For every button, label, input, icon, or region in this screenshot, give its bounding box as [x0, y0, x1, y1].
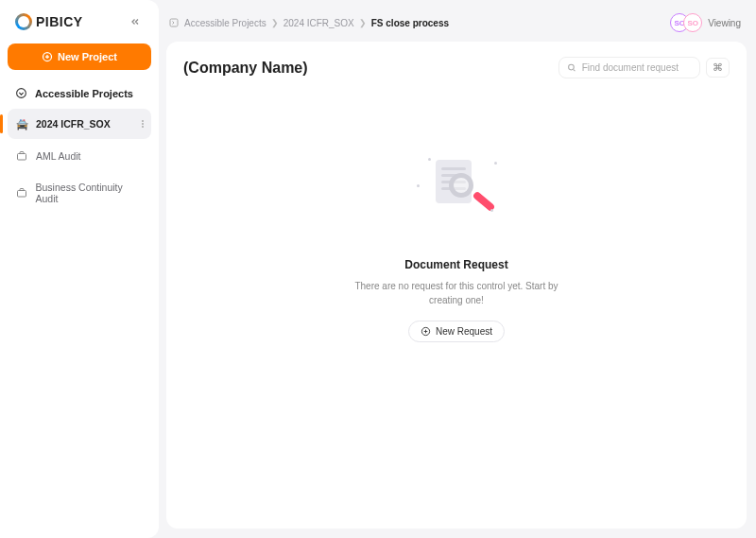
- breadcrumb-item[interactable]: 2024 ICFR_SOX: [284, 18, 354, 28]
- logo-mark-icon: [15, 13, 32, 30]
- search-icon: [567, 62, 576, 73]
- breadcrumb-item-current: FS close process: [371, 18, 449, 28]
- logo-row: PIBICY: [8, 9, 151, 43]
- shortcut-key: ⌘: [706, 58, 730, 78]
- project-item-label: AML Audit: [36, 150, 80, 162]
- projects-section-header[interactable]: Accessible Projects: [8, 70, 151, 109]
- search-box[interactable]: [558, 57, 700, 78]
- page-title: (Company Name): [183, 60, 308, 77]
- chevron-right-icon: ❯: [359, 18, 367, 27]
- empty-illustration: [400, 147, 513, 241]
- topbar: Accessible Projects ❯ 2024 ICFR_SOX ❯ FS…: [166, 9, 747, 42]
- projects-section-title: Accessible Projects: [35, 88, 133, 99]
- main: Accessible Projects ❯ 2024 ICFR_SOX ❯ FS…: [159, 0, 756, 538]
- project-item-label: 2024 ICFR_SOX: [36, 118, 111, 130]
- collapse-sidebar-button[interactable]: [127, 13, 144, 30]
- svg-rect-3: [17, 191, 26, 198]
- project-item[interactable]: 🚔 2024 ICFR_SOX: [8, 109, 151, 139]
- empty-state: Document Request There are no request fo…: [183, 90, 730, 513]
- police-car-icon: 🚔: [15, 117, 28, 130]
- breadcrumb: Accessible Projects ❯ 2024 ICFR_SOX ❯ FS…: [168, 17, 449, 28]
- more-icon[interactable]: [142, 120, 144, 128]
- sidebar: PIBICY New Project Accessible Projects 🚔…: [0, 0, 159, 538]
- viewing-label: Viewing: [708, 18, 741, 28]
- new-request-button[interactable]: New Request: [408, 321, 505, 342]
- search-wrap: ⌘: [558, 57, 730, 78]
- chevron-double-left-icon: [129, 16, 141, 27]
- svg-rect-2: [18, 154, 26, 161]
- empty-subtitle: There are no request for this control ye…: [343, 279, 570, 307]
- logo[interactable]: PIBICY: [15, 13, 83, 30]
- project-item[interactable]: AML Audit: [8, 141, 151, 171]
- avatar-stack[interactable]: SO SO: [670, 13, 702, 32]
- chevron-down-circle-icon: [15, 87, 27, 99]
- new-project-button[interactable]: New Project: [8, 43, 151, 70]
- project-item[interactable]: Business Continuity Audit: [8, 173, 151, 213]
- empty-title: Document Request: [404, 258, 507, 271]
- breadcrumb-item[interactable]: Accessible Projects: [184, 18, 266, 28]
- plus-circle-icon: [42, 51, 53, 62]
- project-list: 🚔 2024 ICFR_SOX AML Audit Business Conti…: [8, 109, 151, 213]
- svg-point-1: [17, 89, 26, 98]
- search-input[interactable]: [582, 62, 692, 73]
- chevron-right-icon: ❯: [271, 18, 279, 27]
- new-request-label: New Request: [436, 326, 492, 337]
- plus-circle-icon: [421, 326, 431, 337]
- svg-point-5: [569, 64, 575, 70]
- viewing-chip: SO SO Viewing: [670, 13, 741, 32]
- project-item-label: Business Continuity Audit: [36, 182, 144, 204]
- briefcase-icon: [15, 149, 28, 163]
- card-header: (Company Name) ⌘: [183, 57, 730, 90]
- new-project-label: New Project: [58, 51, 117, 62]
- folder-icon: [168, 17, 180, 28]
- brand-name: PIBICY: [36, 14, 83, 29]
- content-card: (Company Name) ⌘ Document Request Ther: [166, 42, 747, 529]
- briefcase-icon: [15, 186, 28, 200]
- avatar[interactable]: SO: [683, 13, 702, 32]
